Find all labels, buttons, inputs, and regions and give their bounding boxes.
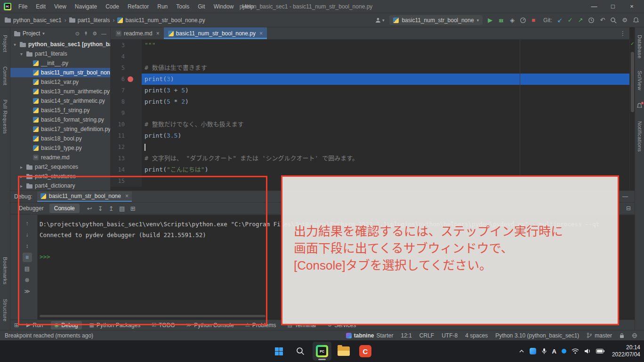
collapse-all-button[interactable]: ↟ xyxy=(84,31,88,37)
breakpoint-icon[interactable] xyxy=(128,76,133,82)
run-config-selector[interactable]: basic11_num_str_bool_none ▾ xyxy=(389,15,483,25)
lock-icon[interactable] xyxy=(620,333,624,338)
search-everywhere-button[interactable] xyxy=(610,17,617,24)
panel-settings-button[interactable]: ⚙ xyxy=(92,31,97,37)
menu-code[interactable]: Code xyxy=(101,0,123,13)
scrollbar-thumb[interactable] xyxy=(631,52,634,112)
scroll-down-icon[interactable]: ↧ xyxy=(95,205,106,212)
volume-icon[interactable] xyxy=(584,348,591,354)
wifi-icon[interactable] xyxy=(572,348,579,354)
code-content[interactable] xyxy=(142,51,629,62)
code-content[interactable]: # 文字列は、 "ダブルクオート" または 'シングルクオート' で囲みます。 xyxy=(142,153,629,164)
tool-window-button-run[interactable]: ▶Run xyxy=(23,321,47,329)
tree-item-basic18-bool-py[interactable]: basic18_bool.py xyxy=(10,134,110,143)
git-commit-button[interactable]: ✓ xyxy=(568,17,573,24)
scroll-up-icon[interactable]: ↥ xyxy=(106,205,117,212)
editor[interactable]: 3"""45# 数値は生で書きます6print(3)7print(3 + 5)8… xyxy=(111,40,629,190)
settings-button[interactable]: ⚙ xyxy=(622,17,628,24)
code-content[interactable]: print(5 * 2) xyxy=(142,96,629,107)
menu-tools[interactable]: Tools xyxy=(172,0,193,13)
close-button[interactable]: × xyxy=(622,0,641,13)
tree-item-part4-dictionary[interactable]: ▸part4_dictionary xyxy=(10,181,110,190)
editor-tab-readme-md[interactable]: readme.md× xyxy=(112,27,164,39)
tab-console[interactable]: Console xyxy=(49,204,80,213)
profiler-button[interactable] xyxy=(520,17,526,24)
line-separator[interactable]: CRLF xyxy=(419,332,434,339)
close-icon[interactable]: × xyxy=(125,193,129,199)
soft-wrap-icon[interactable]: ↩ xyxy=(84,205,95,212)
file-encoding[interactable]: UTF-8 xyxy=(442,332,458,339)
coverage-button[interactable]: ◈ xyxy=(510,17,515,24)
code-with-me-button[interactable]: ▾ xyxy=(375,17,385,24)
tray-chevron-up-icon[interactable] xyxy=(519,349,524,353)
breadcrumb-item-part1-literals[interactable]: part1_literals xyxy=(69,17,110,24)
tree-item-basic19-type-py[interactable]: basic19_type.py xyxy=(10,143,110,153)
menu-git[interactable]: Git xyxy=(193,0,209,13)
tab-debugger[interactable]: Debugger xyxy=(14,204,48,213)
tray-status-dot-icon[interactable] xyxy=(562,349,566,354)
microphone-icon[interactable] xyxy=(541,348,547,354)
tree-item-readme-md[interactable]: readme.md xyxy=(10,153,110,162)
tabnine-status[interactable]: tabnine Starter xyxy=(346,332,394,339)
git-branch-widget[interactable]: master xyxy=(587,332,612,339)
taskbar-explorer-button[interactable] xyxy=(334,342,353,361)
tool-strip-database[interactable]: Database xyxy=(637,35,643,58)
menu-edit[interactable]: Edit xyxy=(32,0,50,13)
menu-refactor[interactable]: Refactor xyxy=(123,0,153,13)
tree-item-init-py[interactable]: __init__.py xyxy=(10,58,110,68)
start-button[interactable] xyxy=(269,342,288,361)
tree-item-part2-sequences[interactable]: ▸part2_sequences xyxy=(10,162,110,172)
hide-panel-button[interactable]: — xyxy=(101,31,106,37)
tree-item-basic12-var-py[interactable]: basic12_var.py xyxy=(10,77,110,87)
tree-chevron-icon[interactable]: ▸ xyxy=(19,165,24,170)
battery-icon[interactable] xyxy=(596,349,605,354)
tree-item-basic11-num-str-bool-none-py[interactable]: basic11_num_str_bool_none.py xyxy=(10,68,110,77)
hide-panel-button[interactable]: — xyxy=(620,193,631,200)
print-preview-icon[interactable]: ▤ xyxy=(117,205,128,212)
notifications-button[interactable] xyxy=(633,17,639,24)
ime-indicator[interactable]: A xyxy=(552,348,556,355)
more-actions-icon[interactable]: ≫ xyxy=(23,287,32,296)
notifications-bell-button[interactable] xyxy=(636,103,643,109)
code-content[interactable]: """ xyxy=(142,40,629,51)
tree-chevron-icon[interactable]: ▾ xyxy=(19,51,24,57)
restore-layout-icon[interactable]: ⊟ xyxy=(626,205,631,212)
code-content[interactable] xyxy=(142,141,629,153)
editor-scrollbar[interactable]: ✓ xyxy=(629,40,635,190)
tool-window-button-python-console[interactable]: ≫Python Console xyxy=(183,321,238,329)
breadcrumb-item-python-basic-sec1[interactable]: python_basic_sec1 xyxy=(5,17,62,24)
menu-window[interactable]: Window xyxy=(209,0,238,13)
editor-tab-basic11-num-str-bool-none-py[interactable]: basic11_num_str_bool_none.py× xyxy=(164,27,267,39)
tool-window-button-todo[interactable]: ☑TODO xyxy=(148,321,178,329)
clear-console-icon[interactable]: ⊗ xyxy=(23,275,32,285)
close-icon[interactable]: × xyxy=(156,30,160,37)
git-push-button[interactable]: ↗ xyxy=(578,17,583,24)
stop-button[interactable]: ■ xyxy=(531,17,535,24)
tree-item-basic15-f-string-py[interactable]: basic15_f_string.py xyxy=(10,106,110,115)
tray-app-icon[interactable] xyxy=(530,348,536,354)
close-icon[interactable]: × xyxy=(259,30,263,37)
taskbar-search-button[interactable] xyxy=(291,342,310,361)
tool-windows-button[interactable]: ⊞ xyxy=(14,322,19,329)
breadcrumb-item-basic11-num-str-bool-none-py[interactable]: basic11_num_str_bool_none.py xyxy=(117,17,205,24)
code-content[interactable]: print(3.5) xyxy=(142,130,629,141)
browse-grid-icon[interactable]: ⊞ xyxy=(128,205,138,212)
tool-window-button-debug[interactable]: ◉Debug xyxy=(51,321,82,329)
chevron-down-icon[interactable]: ▾ xyxy=(42,31,45,36)
down-stack-icon[interactable]: ↓ xyxy=(23,230,32,239)
tool-strip-structure[interactable]: Structure xyxy=(2,299,8,321)
tree-chevron-icon[interactable]: ▸ xyxy=(19,183,24,189)
tree-item-basic14-str-arithmetic-py[interactable]: basic14_str_arithmetic.py xyxy=(10,96,110,106)
menu-navigate[interactable]: Navigate xyxy=(71,0,101,13)
maximize-button[interactable]: □ xyxy=(604,0,622,13)
tree-item-basic17-string-definition-py[interactable]: basic17_string_definition.py xyxy=(10,124,110,134)
menu-run[interactable]: Run xyxy=(153,0,172,13)
tool-strip-project[interactable]: Project xyxy=(2,35,8,52)
tool-strip-bookmarks[interactable]: Bookmarks xyxy=(2,257,8,285)
caret-position[interactable]: 12:1 xyxy=(401,332,411,339)
history-button[interactable] xyxy=(588,17,595,24)
code-content[interactable]: print("こんにちは") xyxy=(142,164,629,175)
debug-button[interactable] xyxy=(498,17,505,24)
menu-view[interactable]: View xyxy=(50,0,71,13)
tree-chevron-icon[interactable]: ▸ xyxy=(19,174,24,179)
